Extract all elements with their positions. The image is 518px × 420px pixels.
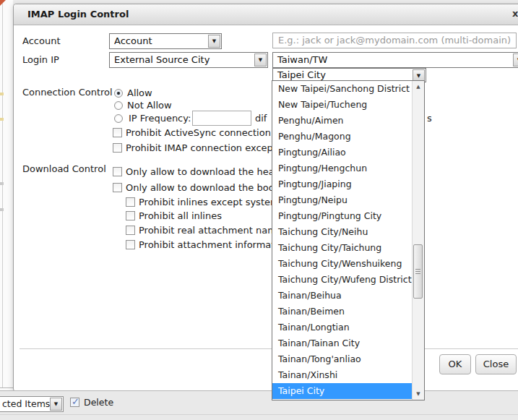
source-type-select-value: External Source City: [114, 53, 210, 67]
list-item[interactable]: Taipei City: [272, 383, 413, 399]
delete-checkbox-label: Delete: [84, 397, 113, 408]
account-select-value: Account: [114, 34, 152, 48]
list-item[interactable]: Tainan/Tong'anliao: [272, 351, 413, 367]
list-item[interactable]: Pingtung/Jiaping: [272, 176, 413, 192]
scroll-up-icon[interactable]: [413, 81, 424, 93]
not-allow-radio[interactable]: [114, 101, 123, 110]
list-item[interactable]: Penghu/Magong: [272, 129, 413, 145]
country-select[interactable]: Taiwan/TW: [272, 52, 518, 68]
dialog-title: IMAP Login Control: [27, 4, 129, 25]
prohibit-all-inlines-checkbox[interactable]: [126, 211, 135, 220]
city-dropdown-items: New Taipei/Sanchong District New Taipei/…: [272, 81, 413, 400]
download-body-only-label: Only allow to download the bod: [126, 182, 275, 193]
ok-button[interactable]: OK: [439, 354, 471, 374]
list-item[interactable]: Tainan/Beimen: [272, 304, 413, 320]
chevron-down-icon[interactable]: [413, 69, 425, 81]
chevron-down-icon[interactable]: [254, 53, 267, 67]
scrollbar-thumb[interactable]: [413, 244, 423, 299]
prohibit-activesync-label: Prohibit ActiveSync connection: [126, 127, 271, 138]
background-row-fragment: [0, 208, 4, 211]
prohibit-inlines-except-checkbox[interactable]: [126, 197, 135, 207]
list-item[interactable]: Tainan/Longtian: [272, 320, 413, 335]
bottom-toolbar: cted Items Delete: [0, 390, 518, 420]
list-item[interactable]: Taichung City/Wufeng District: [272, 272, 413, 288]
list-item[interactable]: Penghu/Aimen: [272, 113, 413, 129]
ip-frequency-radio[interactable]: [114, 114, 123, 123]
not-allow-radio-label: Not Allow: [127, 100, 172, 111]
country-select-value: Taiwan/TW: [277, 53, 327, 67]
background-row-fragment: [0, 182, 4, 185]
download-control-label: Download Control: [22, 163, 106, 174]
list-item[interactable]: New Taipei/Tucheng: [272, 97, 413, 113]
footer-divider: [20, 348, 518, 349]
prohibit-attachment-info-checkbox[interactable]: [126, 240, 135, 249]
account-select[interactable]: Account: [109, 33, 222, 49]
list-item[interactable]: Taichung City/Wenshuikeng: [272, 256, 413, 272]
ip-frequency-suffix-right: s: [427, 113, 432, 124]
prohibit-real-attachment-name-checkbox[interactable]: [126, 226, 135, 235]
toolbar-divider: [0, 414, 518, 415]
prohibit-all-inlines-label: Prohibit all inlines: [139, 210, 222, 221]
prohibit-activesync-checkbox[interactable]: [113, 128, 122, 137]
chevron-down-icon[interactable]: [208, 35, 220, 48]
prohibit-attachment-info-label: Prohibit attachment informati: [139, 239, 277, 250]
background-corner-mark: [0, 0, 6, 6]
list-item[interactable]: Pingtung/Ailiao: [272, 145, 413, 160]
background-divider: [2, 0, 3, 387]
list-item[interactable]: Pingtung/Pingtung City: [272, 208, 413, 224]
list-item[interactable]: Tainan/Xinshi: [272, 367, 413, 383]
download-body-only-checkbox[interactable]: [113, 183, 122, 192]
connection-control-label: Connection Control: [22, 87, 113, 98]
list-item[interactable]: Tainan/Tainan City: [272, 335, 413, 351]
imap-login-control-dialog: IMAP Login Control Account Account E.g.:…: [13, 4, 518, 392]
list-item[interactable]: Tainan/Beihua: [272, 288, 413, 304]
prohibit-real-attachment-name-label: Prohibit real attachment nam: [139, 225, 277, 236]
dropdown-scrollbar[interactable]: [412, 81, 424, 400]
list-item[interactable]: Taichung City/Neihu: [272, 224, 413, 240]
account-input-placeholder: E.g.: jack or jack@mydomain.com (multi-d…: [278, 33, 511, 48]
ip-frequency-suffix-left: dif: [255, 113, 267, 124]
chevron-down-icon[interactable]: [513, 53, 518, 67]
list-item[interactable]: Pingtung/Hengchun: [272, 160, 413, 176]
city-dropdown-list: New Taipei/Sanchong District New Taipei/…: [272, 80, 425, 400]
list-item[interactable]: Pingtung/Neipu: [272, 192, 413, 208]
allow-radio[interactable]: [114, 89, 123, 98]
scrollbar-grip: [415, 269, 420, 275]
scroll-down-icon[interactable]: [413, 388, 424, 400]
background-row-fragment: [0, 118, 4, 121]
selected-items-select[interactable]: cted Items: [0, 396, 64, 412]
login-ip-label: Login IP: [22, 54, 59, 65]
ip-frequency-input[interactable]: [192, 111, 251, 126]
list-item[interactable]: Taichung City/Taichung: [272, 240, 413, 256]
account-input[interactable]: E.g.: jack or jack@mydomain.com (multi-d…: [272, 33, 517, 48]
list-item[interactable]: New Taipei/Sanchong District: [272, 81, 413, 97]
source-type-select[interactable]: External Source City: [109, 52, 268, 68]
download-header-only-label: Only allow to download the hea: [126, 166, 275, 177]
close-button[interactable]: Close: [475, 354, 517, 374]
close-icon[interactable]: [512, 8, 518, 19]
ip-frequency-radio-label: IP Frequency:: [129, 113, 191, 124]
download-header-only-checkbox[interactable]: [113, 167, 122, 176]
background-row-fragment: [0, 93, 4, 95]
delete-checkbox[interactable]: [70, 398, 79, 407]
prohibit-imap-label: Prohibit IMAP connection except: [126, 142, 277, 153]
chevron-down-icon[interactable]: [50, 398, 62, 411]
prohibit-inlines-except-label: Prohibit inlines except system: [139, 197, 280, 207]
prohibit-imap-checkbox[interactable]: [113, 143, 122, 153]
background-panel-edge: [0, 387, 13, 388]
allow-radio-label: Allow: [127, 87, 152, 98]
selected-items-select-value: cted Items: [2, 397, 50, 411]
dialog-titlebar[interactable]: IMAP Login Control: [14, 4, 518, 25]
account-label: Account: [22, 35, 61, 46]
